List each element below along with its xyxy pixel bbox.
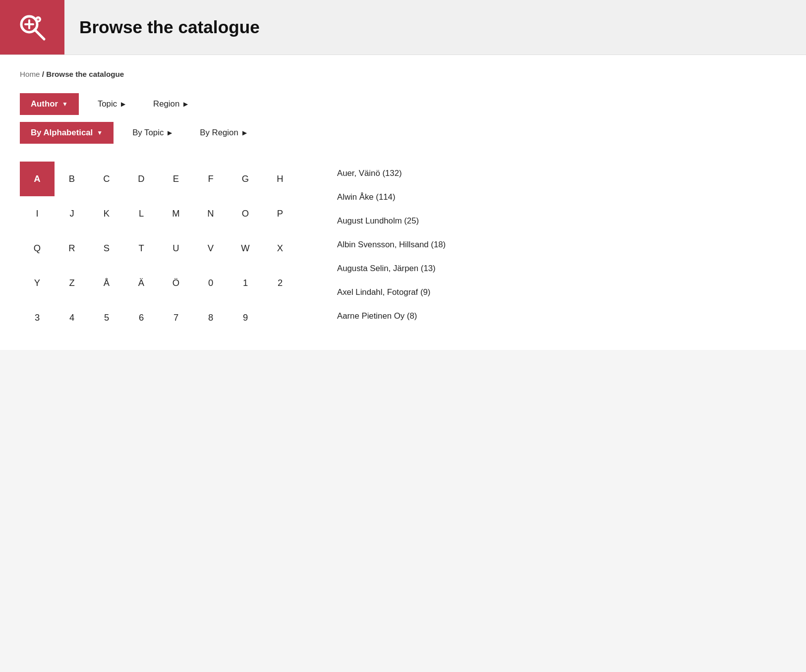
alpha-cell-å[interactable]: Å xyxy=(89,266,124,300)
result-item[interactable]: Auer, Väinö (132) xyxy=(337,162,786,185)
alpha-cell-e[interactable]: E xyxy=(159,162,193,196)
result-item[interactable]: Augusta Selin, Järpen (13) xyxy=(337,257,786,280)
alpha-cell-r[interactable]: R xyxy=(55,231,89,266)
alpha-cell-n[interactable]: N xyxy=(193,196,228,231)
alpha-cell-6[interactable]: 6 xyxy=(124,300,159,335)
alpha-cell-q[interactable]: Q xyxy=(20,231,55,266)
alpha-cell-5[interactable]: 5 xyxy=(89,300,124,335)
alpha-cell-7[interactable]: 7 xyxy=(159,300,193,335)
filter-btn-author[interactable]: Author▼ xyxy=(20,93,79,115)
filter-row-1: Author▼Topic▶Region▶ xyxy=(20,93,786,115)
filter-btn-region[interactable]: Region▶ xyxy=(144,93,197,115)
alpha-cell-ö[interactable]: Ö xyxy=(159,266,193,300)
alpha-cell-x[interactable]: X xyxy=(263,231,297,266)
svg-line-1 xyxy=(35,30,44,39)
alphabet-grid: ABCDEFGHIJKLMNOPQRSTUVWXYZÅÄÖ0123456789 xyxy=(20,162,297,335)
alpha-cell-2[interactable]: 2 xyxy=(263,266,297,300)
header: + Browse the catalogue xyxy=(0,0,806,55)
alpha-cell-t[interactable]: T xyxy=(124,231,159,266)
alpha-cell-l[interactable]: L xyxy=(124,196,159,231)
alpha-cell-empty xyxy=(263,300,297,335)
alpha-cell-g[interactable]: G xyxy=(228,162,263,196)
alpha-cell-f[interactable]: F xyxy=(193,162,228,196)
filter-btn-topic[interactable]: Topic▶ xyxy=(89,93,134,115)
breadcrumb-current: Browse the catalogue xyxy=(46,70,124,78)
alpha-cell-z[interactable]: Z xyxy=(55,266,89,300)
breadcrumb-separator: / xyxy=(42,70,46,78)
sub-filter-btn-by-topic[interactable]: By Topic▶ xyxy=(123,122,181,144)
alpha-cell-w[interactable]: W xyxy=(228,231,263,266)
alpha-cell-h[interactable]: H xyxy=(263,162,297,196)
header-logo: + xyxy=(0,0,64,55)
page-title: Browse the catalogue xyxy=(64,17,260,37)
alpha-cell-y[interactable]: Y xyxy=(20,266,55,300)
result-item[interactable]: Axel Lindahl, Fotograf (9) xyxy=(337,280,786,304)
alpha-cell-3[interactable]: 3 xyxy=(20,300,55,335)
alpha-cell-1[interactable]: 1 xyxy=(228,266,263,300)
alpha-cell-s[interactable]: S xyxy=(89,231,124,266)
alpha-cell-ä[interactable]: Ä xyxy=(124,266,159,300)
alpha-cell-j[interactable]: J xyxy=(55,196,89,231)
alpha-cell-4[interactable]: 4 xyxy=(55,300,89,335)
svg-text:+: + xyxy=(37,17,40,22)
alpha-cell-b[interactable]: B xyxy=(55,162,89,196)
alpha-cell-0[interactable]: 0 xyxy=(193,266,228,300)
results-list: Auer, Väinö (132)Alwin Åke (114)August L… xyxy=(297,162,786,335)
alpha-cell-a[interactable]: A xyxy=(20,162,55,196)
filter-row-2: By Alphabetical▼By Topic▶By Region▶ xyxy=(20,122,786,144)
sub-filter-btn-by-region[interactable]: By Region▶ xyxy=(191,122,255,144)
alpha-cell-d[interactable]: D xyxy=(124,162,159,196)
alpha-cell-c[interactable]: C xyxy=(89,162,124,196)
alpha-cell-8[interactable]: 8 xyxy=(193,300,228,335)
alpha-cell-o[interactable]: O xyxy=(228,196,263,231)
alpha-cell-p[interactable]: P xyxy=(263,196,297,231)
alpha-cell-k[interactable]: K xyxy=(89,196,124,231)
alpha-cell-v[interactable]: V xyxy=(193,231,228,266)
result-item[interactable]: Aarne Pietinen Oy (8) xyxy=(337,304,786,328)
alphabet-results-container: ABCDEFGHIJKLMNOPQRSTUVWXYZÅÄÖ0123456789 … xyxy=(20,162,786,335)
alpha-cell-m[interactable]: M xyxy=(159,196,193,231)
breadcrumb-home[interactable]: Home xyxy=(20,70,40,78)
alpha-cell-i[interactable]: I xyxy=(20,196,55,231)
alpha-cell-u[interactable]: U xyxy=(159,231,193,266)
result-item[interactable]: Alwin Åke (114) xyxy=(337,185,786,209)
alpha-cell-9[interactable]: 9 xyxy=(228,300,263,335)
result-item[interactable]: Albin Svensson, Hillsand (18) xyxy=(337,233,786,257)
result-item[interactable]: August Lundholm (25) xyxy=(337,209,786,233)
sub-filter-btn-by-alphabetical[interactable]: By Alphabetical▼ xyxy=(20,122,114,144)
breadcrumb: Home / Browse the catalogue xyxy=(20,70,786,78)
